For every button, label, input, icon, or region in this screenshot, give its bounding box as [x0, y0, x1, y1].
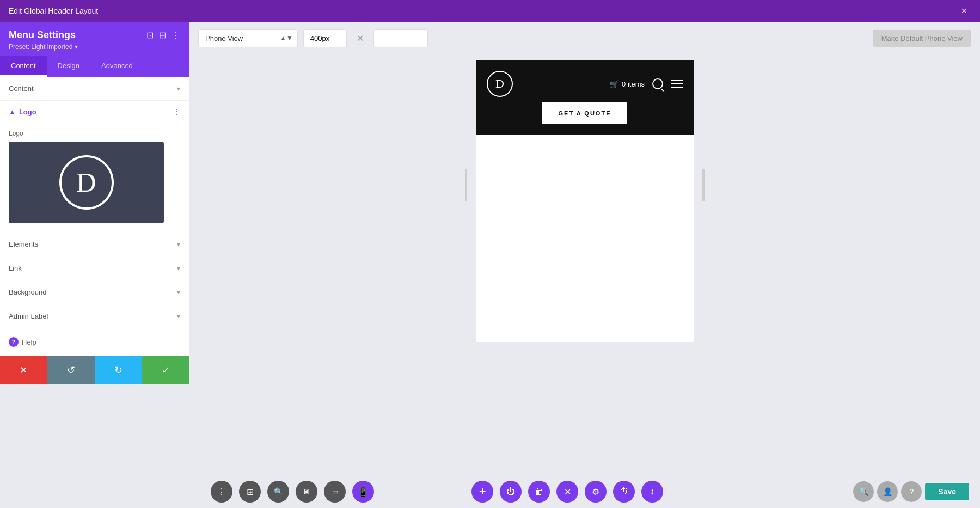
options-tool-button[interactable]: ⋮ [211, 481, 232, 503]
undo-button[interactable]: ↺ [47, 356, 95, 384]
center-tool-group: + ⏻ 🗑 ✕ ⚙ ⏱ ↕ [470, 481, 665, 503]
preview-cart: 🛒 0 items [610, 80, 645, 88]
history-button[interactable]: ⏱ [613, 481, 635, 503]
preview-search-icon[interactable] [652, 78, 663, 89]
section-admin-label-chevron: ▾ [177, 313, 180, 320]
section-elements-label: Elements [9, 240, 38, 248]
section-elements[interactable]: Elements ▾ [0, 232, 189, 256]
section-content-chevron: ▾ [177, 85, 180, 93]
confirm-button[interactable]: ✓ [142, 356, 189, 384]
close-window-button[interactable]: × [957, 4, 971, 18]
app-title: Edit Global Header Layout [9, 7, 98, 15]
help-right-button[interactable]: ? [901, 481, 922, 502]
preview-header-row: D 🛒 0 items [487, 71, 683, 97]
preview-header: D 🛒 0 items [476, 60, 694, 135]
account-button[interactable]: 👤 [877, 481, 898, 502]
canvas-bottom-bar: ⋮ ⊞ 🔍 🖥 ▭ 📱 + ⏻ 🗑 ✕ ⚙ ⏱ ↕ 🔍 👤 [189, 475, 980, 508]
preview-menu-icon[interactable] [671, 80, 683, 88]
canvas-toolbar: Phone View Tablet View Desktop View ▲▼ ✕… [189, 22, 980, 54]
left-tool-group: ⋮ ⊞ 🔍 🖥 ▭ 📱 [209, 481, 376, 503]
logo-section-header: ▲ Logo ⋮ [0, 101, 189, 123]
redo-button[interactable]: ↻ [95, 356, 142, 384]
tab-content[interactable]: Content [0, 56, 47, 77]
logo-content: Logo D [0, 123, 189, 232]
help-label: Help [22, 338, 36, 346]
preview-logo: D [487, 71, 513, 97]
help-icon: ? [9, 337, 19, 347]
preset-label: Preset: Light imported [9, 43, 72, 51]
power-button[interactable]: ⏻ [500, 481, 522, 503]
section-background-chevron: ▾ [177, 289, 180, 296]
cancel-button[interactable]: ✕ [0, 356, 47, 384]
save-button[interactable]: Save [925, 483, 969, 500]
logo-chevron-up[interactable]: ▲ [9, 108, 16, 116]
section-link[interactable]: Link ▾ [0, 256, 189, 280]
logo-field-label: Logo [9, 130, 180, 137]
phone-tool-button[interactable]: 📱 [352, 481, 374, 503]
section-link-label: Link [9, 264, 22, 272]
logo-action-more[interactable]: ⋮ [173, 107, 180, 116]
panel-title-icons: ⊡ ⊟ ⋮ [146, 30, 180, 40]
preview-body [476, 135, 694, 342]
right-tool-group: 🔍 👤 ? Save [853, 481, 969, 502]
canvas-content: D 🛒 0 items [189, 54, 980, 475]
panel-tabs: Content Design Advanced [0, 56, 189, 77]
panel-help[interactable]: ? Help [0, 328, 189, 356]
panel-title: Menu Settings [9, 29, 76, 41]
bottom-action-bar: ✕ ↺ ↻ ✓ [0, 356, 189, 384]
panel-icon-screen[interactable]: ⊡ [146, 30, 154, 40]
width-input[interactable] [303, 29, 347, 47]
logo-section-actions: ⋮ [173, 107, 180, 116]
logo-section-title: ▲ Logo [9, 108, 36, 116]
preset-arrow[interactable]: ▾ [75, 43, 78, 51]
title-bar: Edit Global Header Layout × [0, 0, 980, 22]
section-content[interactable]: Content ▾ [0, 77, 189, 101]
resize-handle-left[interactable] [465, 169, 467, 201]
add-button[interactable]: + [471, 481, 493, 503]
preview-nav: 🛒 0 items [610, 78, 683, 89]
close-width-button[interactable]: ✕ [352, 31, 368, 46]
logo-label-text: Logo [19, 108, 36, 116]
search-tool-button[interactable]: 🔍 [267, 481, 289, 503]
export-button[interactable]: ↕ [641, 481, 663, 503]
tab-design[interactable]: Design [47, 56, 90, 77]
section-elements-chevron: ▾ [177, 241, 180, 248]
canvas-area: Phone View Tablet View Desktop View ▲▼ ✕… [189, 22, 980, 508]
panel-preset: Preset: Light imported ▾ [9, 43, 180, 51]
make-default-button[interactable]: Make Default Phone View [873, 30, 971, 47]
section-admin-label[interactable]: Admin Label ▾ [0, 304, 189, 328]
tab-advanced[interactable]: Advanced [90, 56, 144, 77]
view-select-wrapper: Phone View Tablet View Desktop View ▲▼ [198, 29, 298, 47]
tablet-tool-button[interactable]: ▭ [324, 481, 346, 503]
logo-preview[interactable]: D [9, 142, 164, 223]
section-content-label: Content [9, 84, 34, 93]
section-background-label: Background [9, 288, 46, 296]
preview-cta-button[interactable]: GET A QUOTE [542, 102, 628, 124]
left-panel: Menu Settings ⊡ ⊟ ⋮ Preset: Light import… [0, 22, 189, 356]
preview-frame: D 🛒 0 items [476, 60, 694, 342]
extra-input[interactable] [373, 29, 428, 47]
select-arrow-icon: ▲▼ [275, 30, 297, 46]
cart-icon: 🛒 [610, 80, 618, 88]
search-right-button[interactable]: 🔍 [853, 481, 874, 502]
desktop-tool-button[interactable]: 🖥 [296, 481, 317, 503]
section-background[interactable]: Background ▾ [0, 280, 189, 304]
panel-title-row: Menu Settings ⊡ ⊟ ⋮ [9, 29, 180, 41]
view-select[interactable]: Phone View Tablet View Desktop View [199, 30, 275, 47]
close-button[interactable]: ✕ [556, 481, 578, 503]
settings-button[interactable]: ⚙ [585, 481, 607, 503]
logo-d-icon: D [59, 155, 114, 210]
delete-button[interactable]: 🗑 [528, 481, 550, 503]
section-admin-label-label: Admin Label [9, 312, 48, 320]
panel-icon-columns[interactable]: ⊟ [159, 30, 166, 40]
resize-handle-right[interactable] [702, 169, 705, 201]
section-link-chevron: ▾ [177, 265, 180, 272]
main-layout: Menu Settings ⊡ ⊟ ⋮ Preset: Light import… [0, 22, 980, 508]
grid-tool-button[interactable]: ⊞ [239, 481, 261, 503]
panel-header: Menu Settings ⊡ ⊟ ⋮ Preset: Light import… [0, 22, 189, 56]
panel-icon-more[interactable]: ⋮ [171, 30, 180, 40]
cart-text: 0 items [622, 80, 645, 88]
